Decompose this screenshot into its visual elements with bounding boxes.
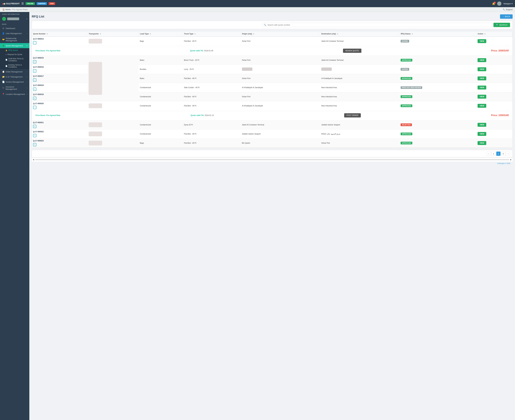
sidebar-subitem-rfq-record[interactable]: 🔒 RFQ record — [0, 48, 29, 52]
shipper-badge[interactable]: SHIPPER — [37, 2, 47, 5]
table-row: Q-17-000015 + BalesBoom Truck - 20 FtSoh… — [32, 56, 512, 65]
sidebar-item-invoice-management[interactable]: 📄 Invoice Management › — [0, 79, 29, 84]
online-badge[interactable]: ONLINE — [26, 2, 35, 5]
view-button[interactable]: VIEW — [477, 104, 486, 108]
truck-type-cell: Boom Truck - 20 Ft — [183, 56, 241, 65]
status-badge: APPROVED — [401, 105, 412, 107]
sidebar-nav: ⊙ Dashboard 👤 User Management › 🤝 Relati… — [0, 26, 29, 420]
scroll-right-icon[interactable]: ▶ — [509, 158, 513, 161]
status-badge: APPROVED — [401, 133, 412, 135]
expand-button[interactable]: − — [33, 106, 36, 109]
username-label: ftshipper — [503, 3, 511, 5]
sidebar: USER INFORMATION ▾ MAIN ⊙ Dashboard 👤 Us… — [0, 12, 29, 420]
truck-type-cell: Flat Bed - 40 Ft — [183, 74, 241, 83]
support-button[interactable]: 🔧 Support — [503, 8, 513, 11]
navbar: 🚛 GULFREIGHT ☰ ONLINE SHIPPER USD 🔔 0 ft… — [0, 0, 515, 7]
action-cell: VIEW — [476, 56, 512, 65]
sidebar-user-avatar — [2, 17, 6, 21]
action-button[interactable]: POST ORDER — [344, 113, 361, 117]
expand-button[interactable]: + — [33, 97, 36, 100]
user-info-section[interactable]: ▾ — [0, 16, 29, 22]
view-button[interactable]: VIEW — [477, 76, 486, 80]
avatar — [497, 1, 501, 6]
expand-button[interactable]: + — [33, 143, 36, 146]
sidebar-item-quote-management[interactable]: 💲 Quote Management ▾ — [0, 43, 29, 48]
view-button[interactable]: VIEW — [477, 95, 486, 99]
sidebar-item-ct-management[interactable]: 📁 C & T Management › — [0, 74, 29, 79]
origin-cell: Bin Qasim — [241, 139, 320, 148]
view-button[interactable]: VIEW — [477, 86, 486, 90]
action-button[interactable]: RENEW QUOTE — [343, 49, 361, 53]
page-header: RFQ List ← BACK — [32, 14, 513, 19]
status-badge: APPROVED — [401, 59, 412, 61]
expand-button[interactable]: + — [33, 69, 36, 73]
chevron-right-icon: › — [27, 33, 27, 34]
subitem-label: Draft New Terms & Conditions — [8, 58, 27, 62]
expand-button[interactable]: + — [33, 78, 36, 82]
subitem-label: Request for Quote — [8, 53, 22, 55]
sidebar-item-user-management[interactable]: 👤 User Management › — [0, 31, 29, 36]
notification-button[interactable]: 🔔 0 — [492, 2, 495, 5]
sidebar-item-label: Relationship Management — [6, 37, 26, 42]
support-icon: 🔧 — [503, 8, 505, 11]
quote-valid-label: Quote valid Till: — [191, 114, 204, 116]
expand-button[interactable]: + — [33, 134, 36, 137]
usd-badge[interactable]: USD — [49, 2, 55, 5]
expand-button[interactable]: + — [33, 88, 36, 91]
sidebar-item-order-management[interactable]: 📋 Order Management › — [0, 69, 29, 74]
sidebar-item-dashboard[interactable]: ⊙ Dashboard — [0, 26, 29, 31]
pagination-page-3[interactable]: 3 — [501, 151, 505, 156]
sort-icon[interactable]: ⇅ — [100, 33, 101, 35]
sort-icon[interactable]: ⇅ — [412, 33, 413, 35]
quote-num-cell: Q-17-000019 + — [32, 92, 87, 101]
sort-icon[interactable]: ⇅ — [337, 33, 338, 35]
user-menu-button[interactable]: ftshipper ▾ — [503, 3, 513, 5]
sidebar-item-location-management[interactable]: 📍 Location Management › — [0, 91, 29, 97]
price-basis: Price Basis: Pre-Agreed Rate — [36, 50, 60, 52]
sort-icon[interactable]: ⇅ — [47, 33, 48, 35]
back-button[interactable]: ← BACK — [500, 14, 513, 19]
expand-button[interactable]: + — [33, 60, 36, 63]
view-button[interactable]: VIEW — [477, 141, 486, 145]
origin-cell: Al Khalidiyah Al Janubiyah — [241, 101, 320, 110]
sort-icon[interactable]: ⇅ — [195, 33, 196, 35]
sidebar-item-insurance-management[interactable]: 🛡 Insurance Management › — [0, 84, 29, 91]
view-button[interactable]: VIEW — [477, 67, 486, 71]
load-type-cell: Bags — [139, 37, 183, 46]
search-input[interactable] — [267, 24, 490, 26]
doc-icon: 📄 — [5, 59, 8, 61]
sort-icon[interactable]: ⇅ — [150, 33, 151, 35]
breadcrumb-home[interactable]: Home — [5, 8, 11, 11]
quote-number: Q-17-000019 — [33, 93, 86, 96]
truck-type-cell: Side Curtain - 40 Ft — [183, 83, 241, 92]
sidebar-subitem-draft-terms[interactable]: 📄 Draft New Terms & Conditions — [0, 57, 29, 63]
scroll-left-icon[interactable]: ◀ — [32, 158, 35, 161]
sidebar-subitem-existing-terms[interactable]: 📄 Existing Terms & Conditions — [0, 63, 29, 69]
load-type-cell: Containerized — [139, 83, 183, 92]
quote-num-cell: Q-17-000020 − — [32, 101, 87, 110]
expand-button[interactable]: + — [33, 125, 36, 128]
view-button[interactable]: VIEW — [477, 39, 486, 43]
pagination-page-2[interactable]: 2 — [496, 151, 500, 156]
sort-icon[interactable]: ⇅ — [253, 33, 254, 35]
search-button[interactable]: 🔍 SEARCH — [493, 23, 510, 27]
quote-number: Q-17-000020 — [33, 103, 86, 105]
notification-badge: 0 — [494, 2, 496, 4]
pagination-prev[interactable]: ← — [487, 151, 491, 156]
sidebar-item-relationship-management[interactable]: 🤝 Relationship Management › — [0, 36, 29, 43]
sort-icon[interactable]: ⇅ — [484, 33, 485, 35]
destination-cell: New Industrial Area — [320, 101, 399, 110]
hamburger-button[interactable]: ☰ — [21, 2, 24, 5]
sidebar-subitem-request-quote[interactable]: ◇ Request for Quote — [0, 52, 29, 57]
chevron-right-icon: › — [27, 87, 27, 89]
view-button[interactable]: VIEW — [477, 58, 486, 62]
view-button[interactable]: VIEW — [477, 123, 486, 127]
chevron-right-icon: › — [27, 81, 27, 83]
status-cell: EXPIRE — [399, 65, 476, 74]
rfq-table: Quote Number ⇅ Transporter ⇅ Load Type ⇅ — [32, 31, 512, 148]
pagination-next[interactable]: → — [506, 151, 510, 156]
pagination-page-1[interactable]: 1 — [492, 151, 496, 156]
expand-button[interactable]: − — [33, 41, 36, 45]
page-title: RFQ List — [32, 15, 44, 18]
view-button[interactable]: VIEW — [477, 132, 486, 136]
